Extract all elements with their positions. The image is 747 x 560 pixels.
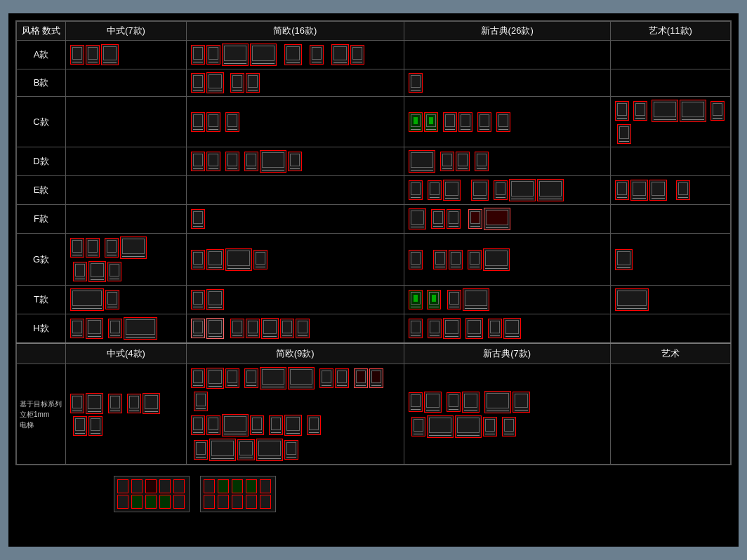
elevator-icon — [463, 288, 489, 311]
elevator-icon — [244, 368, 258, 388]
elevator-icon — [649, 180, 667, 201]
elevator-icon — [484, 391, 511, 413]
elevator-icon — [253, 250, 267, 269]
mini-icon — [232, 495, 243, 509]
elevator-icon — [428, 319, 442, 338]
elevator-icon — [409, 290, 423, 309]
elevator-icon — [191, 415, 205, 435]
row-label-a: A款 — [17, 41, 66, 69]
cell-t-new-classic — [404, 286, 610, 314]
cell-e-chinese — [66, 176, 187, 205]
elevator-icon — [310, 45, 324, 65]
mini-icon — [204, 479, 215, 493]
row-label-t: T款 — [17, 286, 66, 314]
elevator-icon — [86, 393, 103, 414]
elevator-icon — [455, 415, 482, 438]
col-chinese: 中式(7款) — [66, 22, 187, 41]
elevator-icon — [447, 209, 461, 229]
elevator-icon — [191, 209, 205, 229]
cell-f-new-classic — [404, 205, 610, 234]
elevator-icon — [471, 180, 489, 201]
elevator-icon — [409, 112, 423, 132]
elevator-icon — [458, 112, 472, 132]
elevator-icon — [633, 101, 647, 121]
elevator-icon — [222, 44, 249, 66]
cell-d-new-classic — [404, 147, 610, 176]
elevator-icon — [191, 319, 205, 338]
elevator-icon — [509, 179, 536, 201]
elevator-icon — [617, 124, 631, 144]
section2-label-empty — [17, 343, 66, 364]
elevator-icon — [630, 180, 648, 201]
elevator-icon — [225, 112, 239, 132]
section2-simple-euro: 简欧(9款) — [186, 343, 404, 364]
elevator-icon — [244, 152, 258, 171]
elevator-icon — [230, 73, 244, 93]
col-simple-euro: 简欧(16款) — [186, 22, 404, 41]
mini-icon — [117, 479, 128, 493]
elevator-icon — [86, 45, 100, 65]
elevator-icon — [284, 44, 302, 65]
mini-icon — [145, 479, 157, 493]
mini-icon — [173, 495, 185, 509]
table-header-row: 风格 数式 中式(7款) 简欧(16款) 新古典(26款) 艺术(11款) — [17, 22, 731, 41]
cell-t-art — [610, 286, 730, 314]
elevator-icon — [483, 248, 510, 271]
elevator-icon — [409, 208, 426, 229]
elevator-icon — [206, 368, 224, 389]
row-label-h: H款 — [17, 314, 66, 344]
row-t: T款 — [17, 286, 731, 314]
elevator-icon — [427, 415, 454, 438]
col-new-classic: 新古典(26款) — [404, 22, 610, 41]
elevator-icon — [256, 439, 283, 461]
elevator-icon — [88, 416, 103, 436]
cell-g-simple-euro — [186, 234, 404, 286]
mini-icon — [131, 479, 143, 493]
elevator-icon — [496, 112, 510, 132]
elevator-icon — [319, 368, 333, 388]
elevator-icon — [86, 318, 103, 339]
cell-e-simple-euro — [186, 176, 404, 205]
elevator-icon — [105, 238, 119, 258]
section2-new-classic: 新古典(7款) — [404, 343, 610, 364]
mini-icon — [260, 495, 271, 509]
row-f: F款 — [17, 205, 731, 234]
elevator-icon — [230, 319, 244, 338]
cell-h-simple-euro — [186, 314, 404, 344]
bottom-image-1 — [114, 476, 190, 512]
elevator-icon — [537, 179, 564, 201]
elevator-icon — [503, 318, 521, 339]
elevator-icon — [513, 392, 530, 413]
elevator-icon — [206, 415, 220, 435]
elevator-icon — [369, 368, 383, 388]
cell-d-simple-euro — [186, 147, 404, 176]
elevator-icon — [710, 101, 725, 121]
elevator-icon — [409, 73, 423, 93]
mini-icon — [173, 479, 185, 493]
elevator-icon — [206, 152, 220, 171]
elevator-icon — [424, 112, 438, 132]
cell-f-chinese — [66, 205, 187, 234]
elevator-icon — [191, 368, 205, 388]
cell-e-new-classic — [404, 176, 610, 205]
cell-h-art — [610, 314, 730, 344]
mini-icon — [204, 495, 215, 509]
elevator-icon — [246, 319, 260, 338]
row-label-b: B款 — [17, 69, 66, 97]
row-b: B款 — [17, 69, 731, 97]
mini-icon — [159, 495, 171, 509]
elevator-icon — [483, 417, 497, 436]
elevator-icon — [424, 392, 442, 413]
elevator-icon — [124, 317, 157, 340]
section2-art: 艺术 — [610, 343, 730, 364]
table-wrapper: 风格 数式 中式(7款) 简欧(16款) 新古典(26款) 艺术(11款) A款 — [15, 20, 732, 465]
elevator-icon — [280, 319, 294, 338]
elevator-icon — [427, 290, 441, 309]
cell-c-art — [610, 97, 730, 147]
style-header: 风格 数式 — [17, 22, 66, 41]
elevator-icon — [269, 415, 283, 435]
row-d: D款 — [17, 147, 731, 176]
section2-art-icons — [610, 364, 730, 465]
elevator-icon — [70, 238, 84, 258]
elevator-icon — [191, 250, 205, 269]
